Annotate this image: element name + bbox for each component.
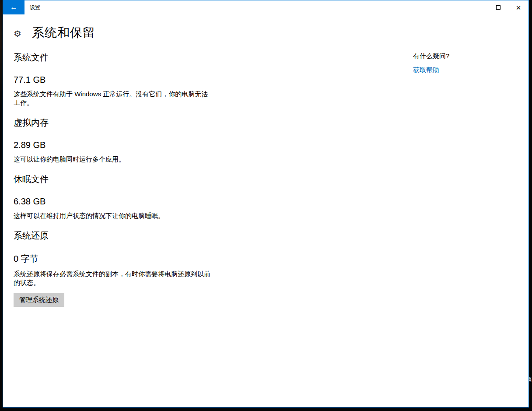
section-heading: 休眠文件 [14, 173, 215, 185]
close-button[interactable]: × [508, 0, 528, 14]
minimize-button[interactable] [468, 0, 488, 14]
manage-system-restore-button[interactable]: 管理系统还原 [14, 293, 64, 307]
gear-icon: ⚙ [14, 28, 25, 39]
get-help-link[interactable]: 获取帮助 [413, 66, 439, 74]
back-arrow-icon: ← [10, 3, 18, 12]
minimize-icon [476, 9, 481, 9]
window-controls: × [468, 0, 528, 14]
section-description: 这样可以在维持用户状态的情况下让你的电脑睡眠。 [14, 211, 211, 220]
section-value: 6.38 GB [14, 197, 215, 207]
close-icon: × [516, 4, 521, 12]
page-header: ⚙ 系统和保留 [14, 25, 95, 41]
maximize-button[interactable] [488, 0, 508, 14]
section-description: 系统还原将保存必需系统文件的副本，有时你需要将电脑还原到以前的状态。 [14, 270, 211, 287]
maximize-icon [496, 5, 500, 10]
section-value: 77.1 GB [14, 75, 215, 85]
section-heading: 系统文件 [14, 52, 215, 63]
section-value: 0 字节 [14, 253, 215, 265]
help-question: 有什么疑问? [413, 52, 518, 60]
section-description: 这些系统文件有助于 Windows 正常运行。没有它们，你的电脑无法工作。 [14, 90, 211, 107]
section-value: 2.89 GB [14, 140, 215, 150]
section-system-restore: 系统还原 0 字节 系统还原将保存必需系统文件的副本，有时你需要将电脑还原到以前… [14, 230, 215, 307]
app-title: 设置 [30, 4, 40, 11]
section-heading: 虚拟内存 [14, 117, 215, 129]
desktop-icon-fragment: 档 [529, 376, 532, 383]
section-system-files: 系统文件 77.1 GB 这些系统文件有助于 Windows 正常运行。没有它们… [14, 52, 215, 107]
section-description: 这可以让你的电脑同时运行多个应用。 [14, 155, 211, 164]
title-bar: ← 设置 × [3, 0, 528, 14]
page-title: 系统和保留 [32, 25, 95, 41]
section-heading: 系统还原 [14, 230, 215, 242]
section-virtual-memory: 虚拟内存 2.89 GB 这可以让你的电脑同时运行多个应用。 [14, 117, 215, 164]
settings-window: ← 设置 × ⚙ 系统和保留 系统文件 77.1 GB 这些系统文件有助于 Wi… [3, 0, 529, 407]
back-button[interactable]: ← [3, 0, 24, 14]
help-column: 有什么疑问? 获取帮助 [413, 52, 518, 74]
section-hibernation-file: 休眠文件 6.38 GB 这样可以在维持用户状态的情况下让你的电脑睡眠。 [14, 173, 215, 220]
